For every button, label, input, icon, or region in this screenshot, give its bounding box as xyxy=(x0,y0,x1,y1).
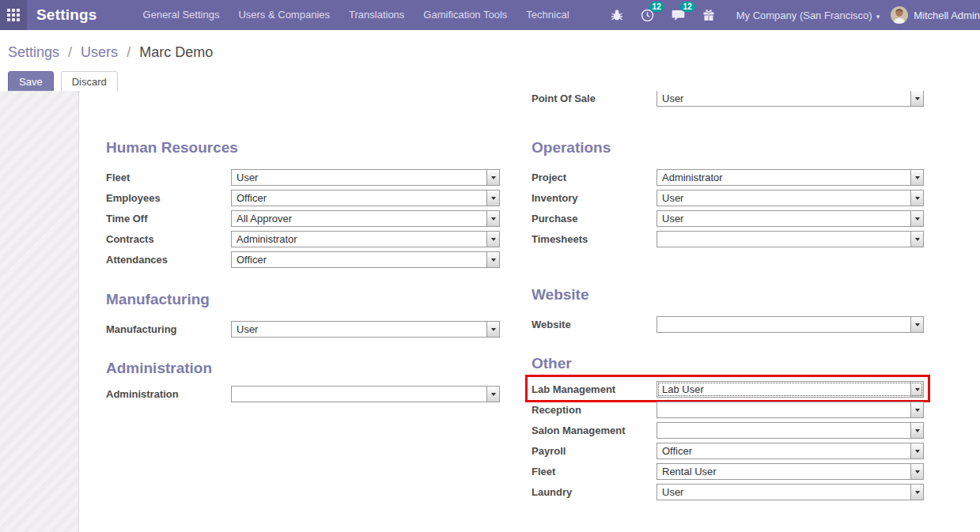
select-reception[interactable] xyxy=(656,402,924,418)
select-payroll[interactable]: Officer xyxy=(656,443,924,459)
field-label-time-off: Time Off xyxy=(106,213,231,224)
breadcrumb-users[interactable]: Users xyxy=(81,44,118,60)
field-row-timesheets: Timesheets xyxy=(532,228,924,249)
select-time-off[interactable]: All Approver xyxy=(231,210,500,227)
field-label-project: Project xyxy=(532,172,656,183)
menu-technical[interactable]: Technical xyxy=(516,0,578,30)
chevron-down-icon xyxy=(910,464,923,479)
select-value: Administrator xyxy=(236,233,486,245)
select-value: All Approver xyxy=(236,213,486,224)
field-row-fleet: Fleet User xyxy=(106,167,500,187)
messages-chat-icon[interactable]: 12 xyxy=(672,9,685,21)
chevron-down-icon xyxy=(910,211,923,226)
gift-icon[interactable] xyxy=(702,9,715,21)
select-website[interactable] xyxy=(656,316,924,333)
select-project[interactable]: Administrator xyxy=(656,169,924,186)
chevron-down-icon xyxy=(486,211,499,226)
company-switcher[interactable]: My Company (San Francisco)▾ xyxy=(736,9,880,21)
discard-button[interactable]: Discard xyxy=(61,71,118,92)
field-label-administration: Administration xyxy=(106,388,231,400)
select-value: User xyxy=(236,172,486,183)
select-value: User xyxy=(662,192,910,204)
messages-badge: 12 xyxy=(680,2,695,12)
select-point-of-sale[interactable]: User xyxy=(656,91,924,107)
breadcrumb-current: Marc Demo xyxy=(139,44,213,60)
field-row-attendances: Attendances Officer xyxy=(106,249,500,270)
field-row-reception: Reception xyxy=(532,399,924,420)
field-row-website: Website xyxy=(532,314,924,334)
select-value: Administrator xyxy=(662,172,910,183)
chevron-down-icon xyxy=(486,170,499,185)
chevron-down-icon xyxy=(910,485,923,500)
field-label-lab-management: Lab Management xyxy=(532,383,656,395)
field-label-contracts: Contracts xyxy=(106,233,231,245)
field-label-salon-management: Salon Management xyxy=(532,424,656,436)
form-column-left: Human Resources Fleet User Employees Off… xyxy=(106,91,500,404)
field-label-timesheets: Timesheets xyxy=(532,233,656,245)
clipped-row-point-of-sale: Point Of Sale User xyxy=(532,91,924,107)
activities-clock-icon[interactable]: 12 xyxy=(641,9,654,22)
select-manufacturing[interactable]: User xyxy=(231,321,500,338)
select-value: User xyxy=(662,92,910,104)
select-inventory[interactable]: User xyxy=(656,190,924,206)
select-value: Officer xyxy=(236,192,486,204)
menu-general-settings[interactable]: General Settings xyxy=(134,0,229,30)
menu-users-companies[interactable]: Users & Companies xyxy=(229,0,339,30)
select-laundry[interactable]: User xyxy=(656,484,924,500)
select-fleet[interactable]: User xyxy=(231,169,500,186)
select-fleet-other[interactable]: Rental User xyxy=(656,463,924,480)
field-label-payroll: Payroll xyxy=(532,445,656,457)
select-value: User xyxy=(236,323,486,335)
select-value: User xyxy=(662,213,910,224)
field-row-contracts: Contracts Administrator xyxy=(106,228,500,249)
chevron-down-icon xyxy=(486,252,499,267)
chevron-down-icon xyxy=(910,382,923,397)
chevron-down-icon xyxy=(486,232,499,247)
select-timesheets[interactable] xyxy=(656,231,924,247)
main-menu: General Settings Users & Companies Trans… xyxy=(134,0,579,30)
section-title-website: Website xyxy=(532,285,924,304)
section-title-other: Other xyxy=(532,354,924,372)
field-row-point-of-sale: Point Of Sale User xyxy=(532,91,924,107)
navbar-right: 12 12 My Company (San Francisco)▾ xyxy=(602,6,980,24)
save-button[interactable]: Save xyxy=(8,71,54,92)
breadcrumb-separator: / xyxy=(127,44,131,60)
select-lab-management[interactable]: Lab User xyxy=(656,381,924,398)
section-title-administration: Administration xyxy=(106,359,500,377)
select-purchase[interactable]: User xyxy=(656,210,924,227)
select-administration[interactable] xyxy=(231,386,500,402)
form-column-right: Point Of Sale User Operations Project Ad… xyxy=(532,91,924,502)
field-label-laundry: Laundry xyxy=(532,486,656,498)
select-employees[interactable]: Officer xyxy=(231,190,500,206)
chevron-down-icon xyxy=(910,91,923,106)
field-row-salon-management: Salon Management xyxy=(532,420,924,440)
field-label-manufacturing: Manufacturing xyxy=(106,323,231,335)
field-label-fleet: Fleet xyxy=(106,172,231,183)
select-attendances[interactable]: Officer xyxy=(231,251,500,268)
menu-translations[interactable]: Translations xyxy=(339,0,414,30)
chevron-down-icon xyxy=(486,191,499,206)
breadcrumb: Settings / Users / Marc Demo xyxy=(8,44,980,61)
menu-gamification-tools[interactable]: Gamification Tools xyxy=(414,0,516,30)
section-title-operations: Operations xyxy=(532,138,924,157)
user-avatar[interactable] xyxy=(891,6,908,24)
field-row-laundry: Laundry User xyxy=(532,481,924,502)
breadcrumb-settings[interactable]: Settings xyxy=(8,44,59,60)
field-label-point-of-sale: Point Of Sale xyxy=(532,92,656,104)
user-menu[interactable]: Mitchell Admin xyxy=(914,9,980,21)
debug-bug-icon[interactable] xyxy=(611,9,623,21)
field-label-fleet-other: Fleet xyxy=(532,466,656,477)
field-row-lab-management: Lab Management Lab User xyxy=(532,379,924,399)
select-value: Officer xyxy=(236,254,486,266)
section-title-manufacturing: Manufacturing xyxy=(106,290,500,308)
select-contracts[interactable]: Administrator xyxy=(231,231,500,247)
form-sheet: Human Resources Fleet User Employees Off… xyxy=(80,91,980,532)
field-row-employees: Employees Officer xyxy=(106,187,500,208)
field-row-project: Project Administrator xyxy=(532,167,924,187)
field-label-inventory: Inventory xyxy=(532,192,656,204)
chevron-down-icon xyxy=(910,170,923,185)
select-salon-management[interactable] xyxy=(656,422,924,439)
chevron-down-icon xyxy=(910,317,923,332)
apps-menu-button[interactable] xyxy=(0,0,27,30)
chevron-down-icon: ▾ xyxy=(876,13,880,21)
